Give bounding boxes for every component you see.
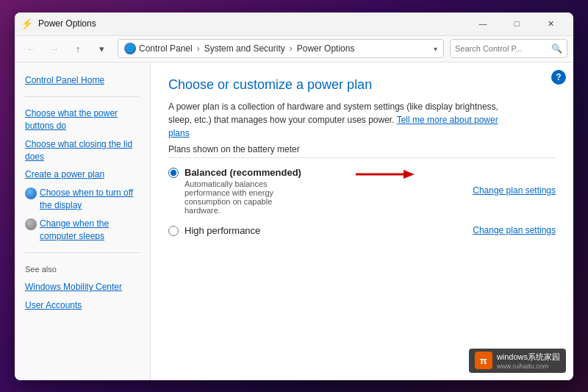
search-input[interactable] [455,44,548,53]
sidebar-link-display[interactable]: Choose when to turn off the display [15,184,150,215]
arrow-container [309,167,461,182]
main-window: ⚡ Power Options — □ ✕ ← → ↑ ▾ 🌐 Control … [15,13,573,380]
red-arrow-icon [356,167,415,182]
recent-button[interactable]: ▾ [91,38,112,59]
window-icon: ⚡ [21,18,32,29]
sidebar-link-lid[interactable]: Choose what closing the lid does [15,135,150,166]
breadcrumb-sep-1: › [197,43,200,54]
page-description: A power plan is a collection of hardware… [168,100,521,140]
svg-marker-1 [404,170,415,179]
breadcrumb-power-options: Power Options [297,43,355,54]
high-perf-plan-info: High performance [184,225,315,236]
search-bar[interactable]: 🔍 [450,39,567,58]
balanced-plan-info: Balanced (recommended) Automatically bal… [184,167,309,215]
watermark: π windows系统家园 www.ruihaitu.com [469,349,566,373]
high-perf-radio[interactable] [168,226,179,236]
search-icon[interactable]: 🔍 [551,43,562,54]
maximize-button[interactable]: □ [500,13,534,36]
watermark-url: www.ruihaitu.com [497,363,560,370]
breadcrumb-system-security[interactable]: System and Security [204,43,285,54]
breadcrumb-dropdown[interactable]: ▾ [434,45,437,53]
balanced-change-link[interactable]: Change plan settings [461,185,556,196]
title-bar: ⚡ Power Options — □ ✕ [15,13,573,36]
watermark-info: windows系统家园 www.ruihaitu.com [497,352,560,370]
display-icon [25,188,37,199]
see-also-title: See also [25,265,140,274]
sidebar-link-create-plan[interactable]: Create a power plan [15,165,150,184]
navigation-bar: ← → ↑ ▾ 🌐 Control Panel › System and Sec… [15,36,573,63]
sleep-icon [25,218,37,230]
high-perf-plan-row: High performance Change plan settings [168,225,556,236]
sidebar-link-power-buttons[interactable]: Choose what the power buttons do [15,104,150,135]
window-title: Power Options [38,18,466,29]
watermark-logo: π [475,352,492,369]
breadcrumb-control-panel[interactable]: Control Panel [139,43,193,54]
sidebar: Control Panel Home Choose what the power… [15,63,151,380]
balanced-plan-row: Balanced (recommended) Automatically bal… [168,167,556,215]
sidebar-divider-1 [25,96,140,97]
high-perf-plan-label[interactable]: High performance [168,225,315,236]
watermark-brand: windows系统家园 [497,352,560,363]
balanced-radio[interactable] [168,168,179,178]
main-content: Control Panel Home Choose what the power… [15,63,573,380]
balanced-plan-desc: Automatically balances performance with … [184,179,309,215]
sidebar-divider-2 [25,252,140,253]
high-perf-change-link[interactable]: Change plan settings [461,225,556,235]
breadcrumb-icon: 🌐 [124,43,136,54]
minimize-button[interactable]: — [466,13,500,36]
window-controls: — □ ✕ [466,13,567,36]
breadcrumb-sep-2: › [290,43,293,54]
sidebar-link-sleep[interactable]: Change when the computer sleeps [15,215,150,246]
up-button[interactable]: ↑ [68,38,88,59]
page-title: Choose or customize a power plan [168,77,556,93]
content-area: ? Choose or customize a power plan A pow… [151,63,573,380]
breadcrumb-bar[interactable]: 🌐 Control Panel › System and Security › … [118,39,444,58]
high-perf-plan-name: High performance [184,225,315,236]
balanced-plan-label[interactable]: Balanced (recommended) Automatically bal… [168,167,309,215]
see-also-section: See also Windows Mobility Center User Ac… [15,265,150,315]
sidebar-home-link[interactable]: Control Panel Home [15,71,150,90]
forward-button[interactable]: → [44,38,65,59]
help-button[interactable]: ? [551,70,566,85]
section-label: Plans shown on the battery meter [168,144,556,158]
sidebar-mobility-center[interactable]: Windows Mobility Center [25,278,140,296]
back-button[interactable]: ← [21,38,41,59]
balanced-plan-name: Balanced (recommended) [184,167,309,178]
close-button[interactable]: ✕ [534,13,567,36]
sidebar-user-accounts[interactable]: User Accounts [25,296,140,315]
